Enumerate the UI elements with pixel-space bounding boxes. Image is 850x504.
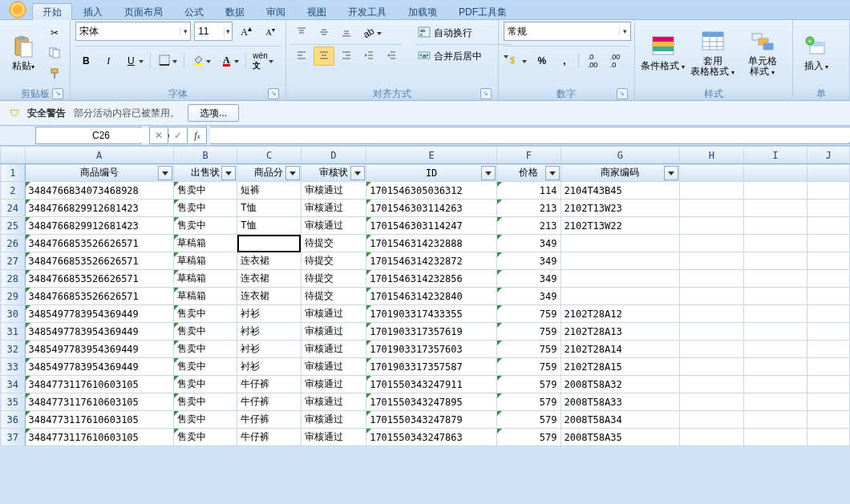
cell[interactable]: 759 bbox=[497, 341, 561, 358]
tab-PDF工具集[interactable]: PDF工具集 bbox=[448, 3, 517, 20]
filter-header[interactable] bbox=[808, 164, 850, 182]
cell[interactable]: 1701546305036312 bbox=[366, 182, 497, 200]
font-size-input[interactable] bbox=[195, 23, 224, 39]
cell[interactable]: 审核通过 bbox=[301, 341, 366, 358]
cell[interactable]: 2102T28A15 bbox=[561, 358, 680, 376]
col-header-G[interactable]: G bbox=[561, 147, 680, 164]
align-launcher[interactable]: ↘ bbox=[480, 88, 492, 99]
wrap-text-button[interactable]: abc自动换行 bbox=[415, 23, 498, 42]
row-header[interactable]: 2 bbox=[1, 182, 26, 200]
cell[interactable]: 3484773117610603105 bbox=[25, 376, 173, 393]
cell[interactable]: 售卖中 bbox=[173, 341, 237, 358]
cell[interactable] bbox=[743, 305, 807, 323]
grid-table[interactable]: ABCDEFGHIJ 1商品编号出售状商品分审核状ID价格商家编码2348476… bbox=[0, 146, 850, 446]
cell[interactable]: 牛仔裤 bbox=[237, 429, 301, 446]
cell[interactable]: 牛仔裤 bbox=[237, 393, 301, 411]
cell[interactable]: 349 bbox=[497, 252, 561, 270]
cell[interactable]: 审核通过 bbox=[301, 429, 366, 446]
col-header-B[interactable]: B bbox=[173, 147, 237, 164]
align-top-button[interactable] bbox=[291, 23, 312, 42]
cell[interactable]: 1701546314232840 bbox=[366, 288, 497, 305]
cell[interactable]: 3484766853526626571 bbox=[25, 235, 173, 252]
tab-公式[interactable]: 公式 bbox=[174, 3, 214, 20]
cell[interactable]: 审核通过 bbox=[301, 182, 366, 200]
cell[interactable]: 213 bbox=[497, 217, 561, 235]
row-header[interactable]: 32 bbox=[1, 341, 26, 358]
cell[interactable]: 3484773117610603105 bbox=[25, 411, 173, 429]
worksheet[interactable]: ABCDEFGHIJ 1商品编号出售状商品分审核状ID价格商家编码2348476… bbox=[0, 146, 850, 446]
cell[interactable] bbox=[561, 288, 680, 305]
cell[interactable] bbox=[808, 235, 850, 252]
cell[interactable]: 连衣裙 bbox=[237, 252, 301, 270]
cell[interactable]: 759 bbox=[497, 323, 561, 341]
cell-styles-button[interactable]: 单元格 样式 ▾ bbox=[739, 22, 786, 84]
align-left-button[interactable] bbox=[291, 46, 312, 66]
chevron-down-icon[interactable]: ▾ bbox=[619, 27, 629, 35]
number-launcher[interactable]: ↘ bbox=[617, 88, 628, 99]
cell[interactable]: 审核通过 bbox=[301, 411, 366, 429]
filter-header[interactable] bbox=[680, 164, 743, 182]
cell[interactable] bbox=[808, 323, 850, 341]
conditional-format-button[interactable]: 条件格式 ▾ bbox=[640, 22, 686, 84]
font-launcher[interactable]: ↘ bbox=[268, 88, 279, 99]
cancel-fx-button[interactable]: ✕ bbox=[149, 127, 168, 144]
format-as-table-button[interactable]: 套用 表格格式 ▾ bbox=[690, 22, 736, 84]
cell[interactable]: 售卖中 bbox=[173, 429, 237, 446]
cell[interactable]: 3484766853526626571 bbox=[25, 252, 173, 270]
cell[interactable]: 2008T58A34 bbox=[561, 411, 680, 429]
cell[interactable]: 3485497783954369449 bbox=[25, 358, 173, 376]
row-header[interactable]: 25 bbox=[1, 217, 26, 235]
cell[interactable]: 349 bbox=[497, 235, 561, 252]
cell[interactable]: 短裤 bbox=[237, 182, 301, 200]
font-name-input[interactable] bbox=[76, 23, 180, 39]
cell[interactable]: 连衣裙 bbox=[237, 270, 301, 288]
cell[interactable] bbox=[680, 235, 743, 252]
cell[interactable]: 牛仔裤 bbox=[237, 376, 301, 393]
cell[interactable]: 售卖中 bbox=[173, 358, 237, 376]
filter-header[interactable]: 商品编号 bbox=[25, 164, 173, 182]
cell[interactable]: 3484766853526626571 bbox=[25, 270, 173, 288]
decrease-decimal-button[interactable]: .00.0 bbox=[605, 51, 625, 71]
cell[interactable]: 草稿箱 bbox=[173, 252, 237, 270]
office-orb[interactable] bbox=[3, 0, 32, 19]
format-painter-button[interactable] bbox=[44, 65, 65, 84]
filter-header[interactable]: 商品分 bbox=[237, 164, 301, 182]
cell[interactable] bbox=[743, 182, 807, 200]
cell[interactable] bbox=[808, 217, 850, 235]
cell[interactable] bbox=[808, 411, 850, 429]
clipboard-launcher[interactable]: ↘ bbox=[52, 88, 63, 99]
cell[interactable] bbox=[680, 429, 743, 446]
font-name-combo[interactable]: ▾ bbox=[75, 22, 191, 41]
filter-button[interactable] bbox=[285, 166, 300, 180]
cell[interactable] bbox=[808, 270, 850, 288]
cell[interactable]: 待提交 bbox=[301, 252, 366, 270]
merge-center-button[interactable]: a合并后居中 bbox=[415, 46, 512, 66]
cell[interactable] bbox=[680, 323, 743, 341]
align-middle-button[interactable] bbox=[314, 23, 334, 42]
cell[interactable]: 1701903317433355 bbox=[366, 305, 497, 323]
cell[interactable]: 3484773117610603105 bbox=[25, 393, 173, 411]
formula-input[interactable] bbox=[210, 127, 850, 142]
row-header[interactable]: 34 bbox=[1, 376, 26, 393]
cell[interactable]: 1701546314232872 bbox=[366, 252, 497, 270]
cell[interactable] bbox=[680, 305, 743, 323]
grow-font-button[interactable]: A▴ bbox=[236, 22, 257, 41]
fill-color-button[interactable] bbox=[188, 51, 214, 71]
insert-cells-button[interactable]: + 插入 ▾ bbox=[798, 22, 835, 84]
cell[interactable] bbox=[680, 270, 743, 288]
cell[interactable]: 1701903317357603 bbox=[366, 341, 497, 358]
row-header[interactable]: 29 bbox=[1, 288, 26, 305]
cell[interactable] bbox=[743, 358, 807, 376]
cell[interactable] bbox=[743, 429, 807, 446]
tab-插入[interactable]: 插入 bbox=[73, 3, 113, 20]
number-format-input[interactable] bbox=[504, 23, 620, 39]
cell[interactable] bbox=[680, 358, 743, 376]
align-right-button[interactable] bbox=[336, 46, 357, 66]
tab-数据[interactable]: 数据 bbox=[215, 3, 255, 20]
cell[interactable]: 衬衫 bbox=[237, 305, 301, 323]
percent-button[interactable]: % bbox=[532, 51, 552, 71]
increase-decimal-button[interactable]: .0.00 bbox=[582, 51, 603, 71]
col-header-D[interactable]: D bbox=[301, 147, 366, 164]
cell[interactable]: 牛仔裤 bbox=[237, 411, 301, 429]
cell[interactable] bbox=[808, 341, 850, 358]
